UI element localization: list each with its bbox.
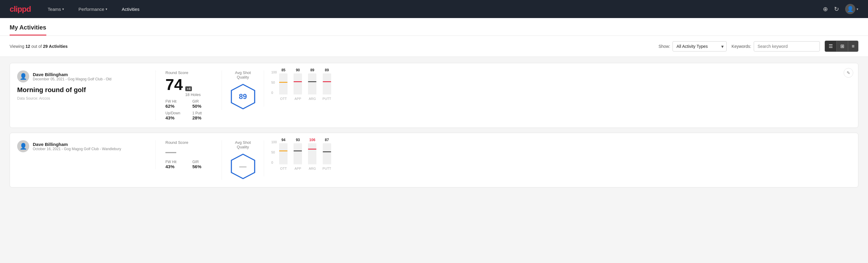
chart-y-labels: 100 50 0 xyxy=(271,140,277,164)
keywords-filter-group: Keywords: xyxy=(732,41,819,52)
chevron-down-icon: ▾ xyxy=(62,7,64,11)
user-name: Dave Billingham xyxy=(33,142,121,147)
page-header: My Activities xyxy=(0,18,868,36)
avatar-chevron-icon: ▾ xyxy=(857,7,858,11)
activity-type-select[interactable]: All Activity Types xyxy=(673,41,726,52)
y-label-50: 50 xyxy=(271,150,277,154)
view-toggle-buttons: ☰ ⊞ ≡ xyxy=(825,40,858,52)
x-label-app: APP xyxy=(294,167,301,170)
updown-group: Up/Down 43% xyxy=(165,111,185,120)
nav-item-teams[interactable]: Teams ▾ xyxy=(45,7,66,12)
activity-card: 👤 Dave Billingham October 16, 2021 - Gog… xyxy=(10,133,858,187)
list-view-button[interactable]: ☰ xyxy=(825,41,837,52)
gir-group: GIR 56% xyxy=(192,160,212,169)
bar-container-arg xyxy=(308,74,316,94)
nav-right: ⊕ ↻ 👤 ▾ xyxy=(823,4,858,14)
avatar: 👤 xyxy=(17,70,29,83)
viewing-total: 29 xyxy=(43,44,48,49)
bar-value-app: 93 xyxy=(296,138,300,142)
show-filter-group: Show: All Activity Types xyxy=(658,41,726,52)
activity-title: Morning round of golf xyxy=(17,86,146,94)
one-putt-group: 1 Putt 28% xyxy=(192,111,212,120)
chart-col-app: 93 APP xyxy=(293,138,302,170)
round-score-label: Round Score xyxy=(165,140,212,145)
user-name: Dave Billingham xyxy=(33,72,111,77)
x-label-ott: OTT xyxy=(280,97,287,100)
score-badge: +4 xyxy=(185,86,192,91)
one-putt-label: 1 Putt xyxy=(192,111,212,115)
card-user: 👤 Dave Billingham December 05, 2021 - Go… xyxy=(17,70,146,83)
bar-value-ott: 94 xyxy=(281,138,285,142)
score-value: — xyxy=(165,147,176,157)
bar-container-putt xyxy=(323,143,331,164)
chart-col-app: 90 APP xyxy=(293,68,302,100)
shot-quality-hexagon: 89 xyxy=(229,83,256,110)
hex-value: 89 xyxy=(239,92,247,101)
card-stats: Round Score 74 +4 18 Holes FW Hit 62% GI… xyxy=(155,70,222,120)
gir-value: 56% xyxy=(192,164,212,169)
x-label-arg: ARG xyxy=(309,97,316,100)
bar-container-app xyxy=(293,143,302,164)
y-label-100: 100 xyxy=(271,70,277,74)
card-quality: Avg Shot Quality 89 xyxy=(222,70,264,110)
chart-col-ott: 94 OTT xyxy=(279,138,287,170)
nav-activities-label: Activities xyxy=(122,7,140,12)
updown-label: Up/Down xyxy=(165,111,185,115)
bar-container-ott xyxy=(279,143,287,164)
shot-quality-hexagon: — xyxy=(229,153,256,180)
fw-hit-label: FW Hit xyxy=(165,160,185,164)
compact-view-button[interactable]: ≡ xyxy=(848,41,858,52)
y-label-0: 0 xyxy=(271,161,277,164)
fw-hit-group: FW Hit 62% xyxy=(165,99,185,109)
bar-value-putt: 89 xyxy=(325,68,329,72)
y-label-100: 100 xyxy=(271,140,277,144)
viewing-suffix: Activities xyxy=(49,44,68,49)
hex-value: — xyxy=(239,162,247,171)
x-label-app: APP xyxy=(294,97,301,100)
chevron-down-icon: ▾ xyxy=(105,7,107,11)
gir-group: GIR 50% xyxy=(192,99,212,109)
card-user: 👤 Dave Billingham October 16, 2021 - Gog… xyxy=(17,140,146,152)
gir-label: GIR xyxy=(192,160,212,164)
grid-view-button[interactable]: ⊞ xyxy=(837,41,848,52)
data-source: Data Source: Arccos xyxy=(17,96,146,100)
keywords-label: Keywords: xyxy=(732,44,751,49)
logo[interactable]: clippd xyxy=(10,4,31,14)
bar-container-app xyxy=(293,74,302,94)
one-putt-value: 28% xyxy=(192,115,212,120)
round-score-label: Round Score xyxy=(165,70,212,75)
quality-title: Avg Shot Quality xyxy=(229,70,256,80)
score-row: — xyxy=(165,147,212,157)
card-chart: 100 50 0 85 OTT xyxy=(264,70,851,107)
page-title: My Activities xyxy=(10,18,46,35)
card-chart: 100 50 0 94 OTT 93 xyxy=(264,140,851,176)
quality-title: Avg Shot Quality xyxy=(229,140,256,149)
card-left: 👤 Dave Billingham December 05, 2021 - Go… xyxy=(17,70,155,100)
chart-col-putt: 89 PUTT xyxy=(322,68,331,100)
activity-card: 👤 Dave Billingham December 05, 2021 - Go… xyxy=(10,63,858,128)
fw-hit-value: 43% xyxy=(165,164,185,169)
x-label-putt: PUTT xyxy=(322,167,331,170)
updown-value: 43% xyxy=(165,115,185,120)
y-label-0: 0 xyxy=(271,91,277,94)
nav-item-activities[interactable]: Activities xyxy=(119,7,142,12)
add-circle-icon[interactable]: ⊕ xyxy=(823,5,828,12)
user-date: October 16, 2021 - Gog Magog Golf Club -… xyxy=(33,147,121,151)
bar-container-putt xyxy=(323,74,331,94)
activity-type-select-wrap[interactable]: All Activity Types xyxy=(673,41,726,52)
mini-stats: FW Hit 62% GIR 50% Up/Down 43% 1 Putt 28… xyxy=(165,99,212,120)
search-input[interactable] xyxy=(754,41,820,52)
fw-hit-label: FW Hit xyxy=(165,99,185,104)
user-info: Dave Billingham October 16, 2021 - Gog M… xyxy=(33,142,121,151)
refresh-icon[interactable]: ↻ xyxy=(834,5,839,12)
navbar: clippd Teams ▾ Performance ▾ Activities … xyxy=(0,0,868,18)
x-label-arg: ARG xyxy=(309,167,316,170)
bar-container-ott xyxy=(279,74,287,94)
card-stats: Round Score — FW Hit 43% GIR 56% xyxy=(155,140,222,169)
edit-button[interactable]: ✎ xyxy=(844,68,853,78)
nav-item-performance[interactable]: Performance ▾ xyxy=(76,7,110,12)
nav-performance-label: Performance xyxy=(79,7,104,12)
user-date: December 05, 2021 - Gog Magog Golf Club … xyxy=(33,77,111,81)
avatar: 👤 xyxy=(17,140,29,152)
user-avatar-menu[interactable]: 👤 ▾ xyxy=(845,4,858,14)
